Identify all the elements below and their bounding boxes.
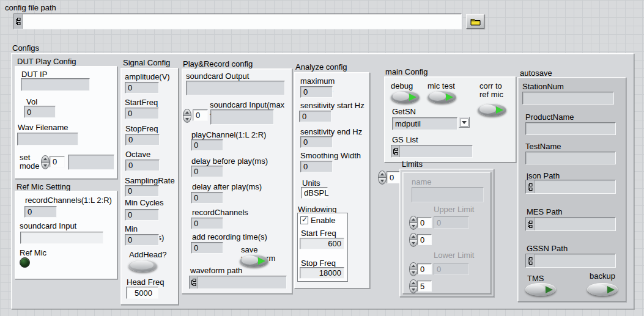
tms-toggle[interactable] [525, 283, 556, 296]
decrement-icon[interactable] [409, 286, 418, 293]
delay-before-input[interactable]: 0 [191, 166, 223, 177]
sensitivity-start-input[interactable]: 0 [299, 111, 331, 122]
save-waveform-toggle[interactable] [240, 254, 268, 267]
signal-config-title: Signal Config [123, 59, 170, 67]
soundcard-input-field[interactable] [20, 232, 103, 244]
smoothing-width-input[interactable]: 0 [300, 161, 333, 172]
getsn-dropdown-button[interactable] [459, 117, 470, 128]
gs-list-input[interactable] [391, 145, 473, 158]
analyze-config-title: Analyze config [295, 63, 347, 72]
upper-index-a-stepper[interactable] [409, 216, 418, 230]
soundcard-input-index[interactable]: 0 [193, 109, 208, 121]
toggle-arrow-icon [409, 94, 416, 101]
path-glyph-icon [526, 218, 535, 230]
browse-button[interactable] [466, 14, 484, 29]
startfreq-label: StartFreq [125, 98, 158, 107]
limit-name-input[interactable] [412, 187, 484, 202]
playchannel-label: playChannel(1:L 2:R) [191, 131, 266, 139]
productname-input[interactable] [525, 122, 616, 135]
limit-name-label: name [412, 178, 432, 186]
testname-input[interactable] [525, 152, 616, 164]
configs-title: Configs [12, 44, 39, 53]
samplingrate-input[interactable]: 0 [125, 185, 159, 197]
mic-test-label: mic test [427, 82, 455, 90]
backup-label: backup [590, 272, 615, 281]
autosave-title: autosave [520, 69, 552, 78]
ref-mic-title: Ref Mic Setting [17, 183, 70, 191]
record-channels-input[interactable]: 0 [24, 206, 57, 218]
getsn-label: GetSN [392, 108, 416, 116]
wav-filename-input[interactable] [17, 133, 78, 145]
add-recording-time-input[interactable]: 0 [191, 242, 223, 254]
playchannel-input[interactable]: 0 [191, 139, 223, 151]
stop-freq-input[interactable]: 18000 [300, 267, 344, 279]
decrement-icon[interactable] [409, 240, 418, 247]
json-path-input[interactable] [525, 180, 616, 194]
limits-title: Limits [402, 160, 423, 169]
decrement-icon[interactable] [378, 177, 387, 185]
lower-limit-value[interactable]: 0 [434, 263, 469, 275]
debug-toggle[interactable] [391, 90, 420, 103]
set-mode-stepper[interactable] [41, 155, 50, 169]
config-file-path-value[interactable] [23, 14, 461, 29]
toggle-arrow-icon [446, 94, 453, 101]
amplitude-input[interactable]: 0 [125, 82, 159, 94]
soundcard-input-label: soundcard Input [20, 222, 76, 230]
min-duration-input[interactable]: 0 [125, 234, 159, 246]
sensitivity-end-input[interactable]: 0 [300, 136, 333, 148]
dut-play-title: DUT Play Config [17, 57, 76, 66]
addhead-toggle[interactable] [128, 259, 157, 272]
decrement-icon[interactable] [409, 269, 418, 276]
dut-ip-label: DUT IP [21, 70, 47, 79]
soundcard-output-input[interactable] [186, 81, 285, 95]
upper-limit-value[interactable]: 0 [434, 216, 469, 229]
dut-ip-input[interactable] [21, 78, 90, 91]
ref-mic-led-label: Ref Mic [20, 249, 46, 257]
getsn-dropdown[interactable]: mdputil [392, 117, 457, 130]
delay-after-input[interactable]: 0 [191, 192, 223, 204]
lower-index-b-input[interactable]: 5 [417, 281, 432, 292]
max-harmonic-input[interactable]: 0 [300, 86, 333, 98]
mes-path-input[interactable] [525, 217, 616, 231]
decrement-icon[interactable] [183, 116, 191, 123]
soundcard-input-max4-field[interactable] [210, 109, 274, 125]
limits-index-stepper[interactable] [378, 171, 387, 185]
start-freq-input[interactable]: 600 [300, 238, 344, 249]
toggle-arrow-icon [496, 106, 503, 114]
analyze-config-group: maximum harmonic 0 sensitivity start Hz … [294, 72, 370, 288]
waveform-path-input[interactable] [189, 276, 287, 289]
gssn-path-input[interactable] [525, 254, 616, 268]
mic-test-toggle[interactable] [427, 90, 456, 103]
min-cycles-input[interactable]: 0 [125, 209, 159, 221]
decrement-icon[interactable] [409, 222, 418, 230]
path-glyph-icon [391, 145, 400, 157]
stationnum-input[interactable] [522, 92, 614, 105]
enable-checkbox[interactable] [300, 216, 308, 224]
upper-index-b-input[interactable]: 0 [417, 234, 432, 245]
lower-index-b-stepper[interactable] [409, 279, 418, 293]
startfreq-input[interactable]: 0 [125, 108, 159, 119]
head-freq-input[interactable]: 5000 [126, 287, 158, 299]
upper-index-a-input[interactable]: 0 [417, 217, 432, 228]
stopfreq-input[interactable]: 0 [125, 134, 160, 145]
soundcard-input-index-stepper[interactable] [183, 109, 191, 123]
dropdown-arrow-icon [460, 119, 468, 127]
toggle-arrow-icon [607, 286, 615, 293]
set-mode-input[interactable]: 0 [50, 156, 65, 167]
lower-index-a-input[interactable]: 0 [417, 263, 432, 274]
octave-input[interactable]: 0 [125, 160, 160, 171]
corr-to-ref-mic-toggle[interactable] [478, 103, 506, 116]
limits-element: name Upper Limit 0 0 0 Lower Limit 0 0 5 [402, 172, 491, 294]
vol-input[interactable]: 0 [24, 106, 56, 118]
backup-toggle[interactable] [587, 283, 618, 296]
ref-mic-led [20, 257, 30, 268]
start-freq-label: Start Freq [301, 229, 336, 238]
upper-index-b-stepper[interactable] [409, 233, 418, 247]
lower-index-a-stepper[interactable] [409, 262, 418, 276]
config-file-path-label: config file path [5, 4, 56, 12]
record-channels2-input[interactable]: 0 [191, 218, 223, 229]
stationnum-label: StationNum [522, 83, 564, 91]
decrement-icon[interactable] [41, 162, 50, 169]
config-file-path-input[interactable] [13, 13, 462, 29]
units-input[interactable]: dBSPL [301, 187, 328, 199]
